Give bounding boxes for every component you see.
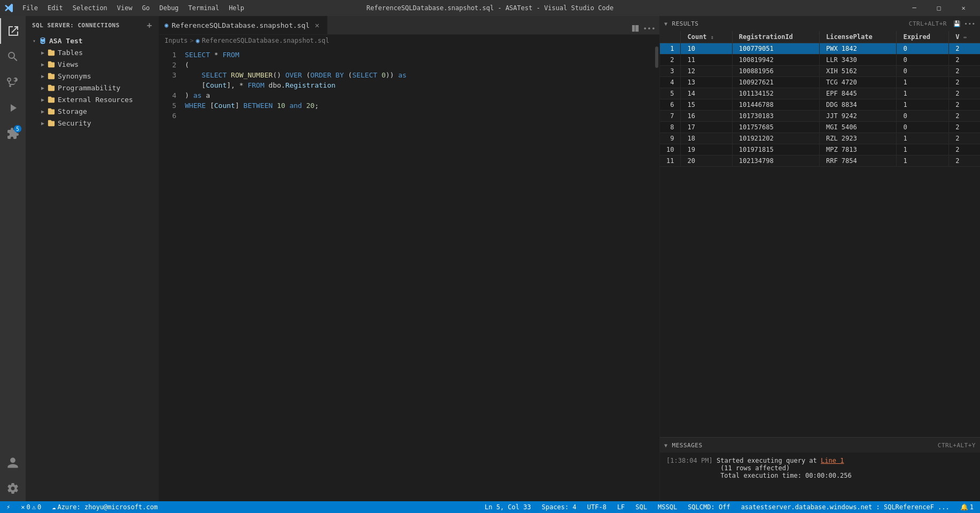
tree-root-asa-test[interactable]: ▾ ASA Test [26, 35, 159, 46]
chevron-right-icon: ▶ [38, 119, 47, 127]
row-num-cell: 5 [660, 88, 681, 99]
menu-go[interactable]: Go [138, 3, 154, 13]
sidebar-item-synonyms[interactable]: ▶ Synonyms [26, 70, 159, 82]
table-row[interactable]: 6 15 101446788 DDG 8834 1 2 [660, 99, 980, 111]
minimize-button[interactable]: ─ [902, 0, 927, 16]
scrollbar-thumb [655, 46, 658, 68]
vscode-logo-icon [4, 3, 14, 13]
eol-label: LF [617, 503, 625, 511]
status-left: ⚡ ✕ 0 ⚠ 0 ☁ Azure: zhoyu@microsoft.com [4, 501, 160, 513]
titlebar-left: File Edit Selection View Go Debug Termin… [4, 3, 248, 13]
col-header-v[interactable]: V ⇔ [949, 31, 980, 43]
sql-dialect[interactable]: MSSQL [656, 501, 679, 513]
table-row[interactable]: 7 16 101730183 JJT 9242 0 2 [660, 111, 980, 122]
more-results-button[interactable]: ••• [964, 18, 976, 29]
cell-v: 2 [949, 156, 980, 167]
results-panel: ▼ RESULTS CTRL+ALT+R 💾 ••• Count [659, 16, 980, 501]
menu-debug[interactable]: Debug [155, 3, 183, 13]
warning-count: 0 [37, 503, 41, 511]
table-row[interactable]: 3 12 100881956 XIH 5162 0 2 [660, 66, 980, 77]
row-num-cell: 9 [660, 133, 681, 144]
col-header-plate[interactable]: LicensePlate [819, 31, 897, 43]
main-layout: 5 SQL SERVER: CONNECTIONS + ▾ [0, 16, 980, 501]
cell-v: 2 [949, 66, 980, 77]
sidebar-item-external-resources-label: External Resources [58, 96, 133, 104]
menu-selection[interactable]: Selection [68, 3, 112, 13]
sqlcmd-mode[interactable]: SQLCMD: Off [686, 501, 732, 513]
indentation[interactable]: Spaces: 4 [540, 501, 579, 513]
editor-scrollbar[interactable] [652, 46, 659, 501]
row-num-cell: 4 [660, 77, 681, 88]
menu-view[interactable]: View [113, 3, 137, 13]
menu-help[interactable]: Help [224, 3, 248, 13]
sidebar-item-tables[interactable]: ▶ Tables [26, 46, 159, 58]
activity-settings[interactable] [0, 476, 26, 501]
col-header-rownum [660, 31, 681, 43]
table-row[interactable]: 11 20 102134798 RRF 7854 1 2 [660, 156, 980, 167]
chevron-right-icon: ▶ [38, 60, 47, 68]
activity-extensions[interactable]: 5 [0, 121, 26, 146]
activity-run[interactable] [0, 95, 26, 121]
editor-area: ◉ ReferenceSQLDatabase.snapshot.sql ✕ ••… [159, 16, 659, 501]
folder-icon [47, 107, 56, 115]
eol[interactable]: LF [615, 501, 627, 513]
vsc-remote-button[interactable]: ⚡ [4, 501, 12, 513]
row-num-cell: 1 [660, 43, 681, 55]
col-header-count[interactable]: Count ⇕ [681, 31, 732, 43]
table-row[interactable]: 8 17 101757685 MGI 5406 0 2 [660, 122, 980, 133]
messages-content: [1:38:04 PM] Started executing query at … [660, 453, 980, 501]
sidebar-item-security[interactable]: ▶ Security [26, 117, 159, 129]
tab-close-button[interactable]: ✕ [313, 21, 322, 29]
row-num-cell: 6 [660, 99, 681, 111]
table-row[interactable]: 5 14 101134152 EPF 8445 1 2 [660, 88, 980, 99]
row-num-cell: 3 [660, 66, 681, 77]
cell-v: 2 [949, 144, 980, 156]
col-header-expired[interactable]: Expired [897, 31, 949, 43]
table-row[interactable]: 1 10 100779051 PWX 1842 0 2 [660, 43, 980, 55]
sidebar: SQL SERVER: CONNECTIONS + ▾ ASA Test ▶ T… [26, 16, 159, 501]
sidebar-item-views[interactable]: ▶ Views [26, 58, 159, 70]
sidebar-item-programmability[interactable]: ▶ Programmability [26, 82, 159, 94]
table-row[interactable]: 2 11 100819942 LLR 3430 0 2 [660, 55, 980, 66]
row-num-cell: 8 [660, 122, 681, 133]
split-editor-button[interactable] [629, 22, 641, 34]
messages-collapse-icon[interactable]: ▼ [664, 442, 668, 448]
cursor-position[interactable]: Ln 5, Col 33 [483, 501, 533, 513]
maximize-button[interactable]: □ [927, 0, 951, 16]
close-button[interactable]: ✕ [951, 0, 976, 16]
collapse-icon[interactable]: ▼ [664, 21, 668, 27]
message-link-line1[interactable]: Line 1 [821, 457, 844, 464]
activity-bar: 5 [0, 16, 26, 501]
notifications-button[interactable]: 🔔 1 [958, 501, 976, 513]
activity-explorer[interactable] [0, 18, 26, 44]
language-mode[interactable]: SQL [633, 501, 649, 513]
table-row[interactable]: 10 19 101971815 MPZ 7813 1 2 [660, 144, 980, 156]
azure-account[interactable]: ☁ Azure: zhoyu@microsoft.com [50, 501, 160, 513]
code-content[interactable]: SELECT * FROM ( SELECT ROW_NUMBER() OVER… [181, 46, 659, 501]
sort-icon[interactable]: ⇕ [711, 34, 714, 40]
activity-account[interactable] [0, 450, 26, 476]
menu-terminal[interactable]: Terminal [184, 3, 223, 13]
sidebar-item-external-resources[interactable]: ▶ External Resources [26, 94, 159, 105]
spaces-label: Spaces: 4 [542, 503, 577, 511]
errors-button[interactable]: ✕ 0 ⚠ 0 [19, 501, 43, 513]
save-results-button[interactable]: 💾 [951, 18, 963, 29]
cell-v: 2 [949, 88, 980, 99]
resize-col-icon[interactable]: ⇔ [963, 34, 967, 40]
table-row[interactable]: 9 18 101921202 RZL 2923 1 2 [660, 133, 980, 144]
menu-edit[interactable]: Edit [43, 3, 67, 13]
activity-source-control[interactable] [0, 69, 26, 95]
sidebar-item-storage[interactable]: ▶ Storage [26, 105, 159, 117]
results-table-wrapper[interactable]: Count ⇕ RegistrationId LicensePlate Expi… [660, 31, 980, 437]
col-header-regid[interactable]: RegistrationId [732, 31, 819, 43]
table-row[interactable]: 4 13 100927621 TCG 4720 1 2 [660, 77, 980, 88]
editor-tab-active[interactable]: ◉ ReferenceSQLDatabase.snapshot.sql ✕ [159, 16, 328, 34]
encoding[interactable]: UTF-8 [585, 501, 609, 513]
server-connection[interactable]: asatestserver.database.windows.net : SQL… [739, 501, 952, 513]
menu-file[interactable]: File [18, 3, 42, 13]
add-connection-button[interactable]: + [147, 20, 152, 30]
activity-search[interactable] [0, 44, 26, 69]
more-actions-button[interactable]: ••• [643, 22, 655, 34]
code-editor[interactable]: 1 2 3 4 5 6 SELECT * FROM ( SELECT ROW_N… [159, 46, 659, 501]
breadcrumb-inputs[interactable]: Inputs [165, 37, 188, 44]
